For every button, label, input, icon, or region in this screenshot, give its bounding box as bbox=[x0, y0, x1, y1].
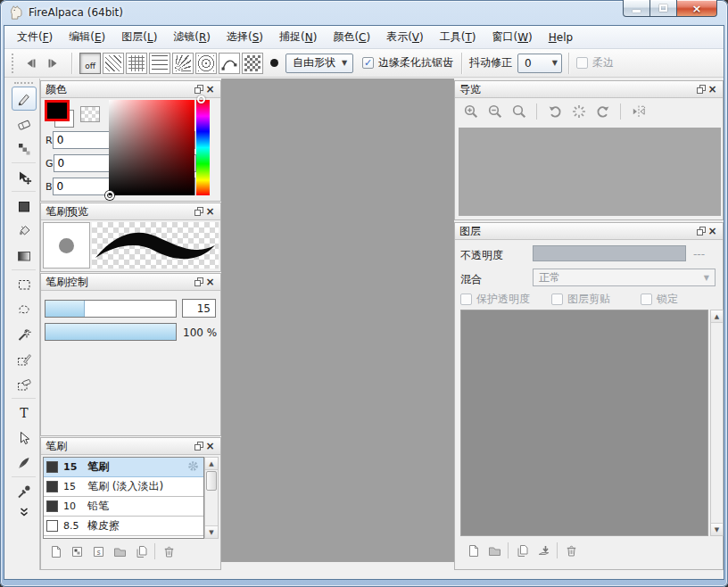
brush-list-item[interactable]: 17 水彩笔 bbox=[44, 536, 203, 539]
new-bitmap-brush-button[interactable] bbox=[66, 542, 87, 560]
layer-list-scrollbar[interactable]: ▲ ▼ bbox=[710, 310, 724, 536]
brush-list-item[interactable]: 10 铅笔 bbox=[44, 497, 203, 517]
color-panel-titlebar[interactable]: 颜色 × bbox=[41, 81, 220, 98]
tool-select-eraser[interactable] bbox=[12, 372, 37, 396]
menu-item[interactable]: 选择(S) bbox=[219, 26, 271, 48]
softedge-checkbox[interactable]: ✓ bbox=[576, 57, 588, 69]
tool-dither[interactable] bbox=[12, 136, 37, 161]
new-brush-button[interactable] bbox=[45, 542, 66, 560]
gear-icon[interactable] bbox=[187, 460, 199, 475]
prev-canvas-button[interactable] bbox=[19, 52, 42, 75]
tool-gradient[interactable] bbox=[12, 244, 37, 268]
brush-pattern-circles-button[interactable] bbox=[195, 53, 217, 74]
brush-list-item[interactable]: 15 笔刷 bbox=[44, 458, 203, 477]
brush-size-value[interactable]: 15 bbox=[182, 299, 216, 318]
layer-list[interactable] bbox=[460, 310, 708, 536]
float-panel-icon[interactable] bbox=[193, 84, 204, 95]
float-panel-icon[interactable] bbox=[193, 206, 204, 218]
close-panel-icon[interactable]: × bbox=[707, 84, 718, 95]
float-panel-icon[interactable] bbox=[695, 226, 707, 237]
canvas[interactable] bbox=[221, 79, 454, 562]
navigator-preview[interactable] bbox=[459, 128, 721, 216]
navigator-titlebar[interactable]: 导览 × bbox=[455, 81, 723, 98]
brush-list-scrollbar[interactable]: ▲ ▼ bbox=[204, 457, 219, 539]
next-canvas-button[interactable] bbox=[42, 52, 65, 75]
menu-item[interactable]: 滤镜(R) bbox=[165, 26, 219, 48]
sv-indicator[interactable] bbox=[105, 191, 114, 200]
new-folder-button[interactable] bbox=[484, 542, 505, 559]
antialias-checkbox[interactable]: ✓ bbox=[362, 57, 374, 69]
hue-slider[interactable] bbox=[196, 100, 210, 195]
menu-item[interactable]: 捕捉(N) bbox=[271, 26, 325, 48]
close-panel-icon[interactable]: × bbox=[204, 441, 216, 452]
close-button[interactable]: × bbox=[676, 0, 717, 17]
close-panel-icon[interactable]: × bbox=[204, 277, 216, 288]
menu-item[interactable]: Help bbox=[541, 26, 581, 48]
zoom-out-button[interactable] bbox=[483, 101, 507, 122]
shape-select[interactable]: 自由形状 ▼ bbox=[285, 54, 353, 73]
scroll-down-icon[interactable]: ▼ bbox=[205, 525, 218, 538]
tool-eyedropper[interactable] bbox=[12, 479, 37, 503]
brush-pattern-hlines-button[interactable] bbox=[149, 53, 170, 74]
tool-operation[interactable] bbox=[12, 426, 37, 450]
brush-opacity-slider[interactable] bbox=[45, 323, 177, 341]
menu-item[interactable]: 工具(T) bbox=[432, 26, 484, 48]
float-panel-icon[interactable] bbox=[695, 84, 707, 95]
merge-down-button[interactable] bbox=[533, 542, 554, 559]
menu-item[interactable]: 文件(F) bbox=[9, 26, 61, 48]
menu-item[interactable]: 图层(L) bbox=[113, 26, 165, 48]
tool-text[interactable]: T bbox=[12, 401, 37, 425]
float-panel-icon[interactable] bbox=[193, 277, 204, 288]
brush-size-slider[interactable] bbox=[45, 300, 177, 318]
close-panel-icon[interactable]: × bbox=[204, 84, 216, 95]
rotate-reset-button[interactable] bbox=[567, 101, 591, 122]
flip-horizontal-button[interactable] bbox=[626, 101, 650, 122]
minimize-button[interactable] bbox=[623, 0, 650, 17]
scroll-down-icon[interactable]: ▼ bbox=[711, 523, 723, 535]
menu-item[interactable]: 窗口(W) bbox=[484, 26, 540, 48]
brush-control-titlebar[interactable]: 笔刷控制 × bbox=[41, 274, 220, 291]
close-panel-icon[interactable]: × bbox=[707, 226, 718, 237]
menu-item[interactable]: 表示(V) bbox=[378, 26, 432, 48]
menu-item[interactable]: 颜色(C) bbox=[325, 26, 378, 48]
brush-pattern-curve-button[interactable] bbox=[219, 53, 240, 74]
delete-brush-button[interactable] bbox=[158, 542, 179, 560]
scroll-up-icon[interactable]: ▲ bbox=[711, 310, 723, 323]
blend-mode-select[interactable]: 正常 ▼ bbox=[533, 269, 716, 286]
tool-eraser[interactable] bbox=[12, 112, 37, 136]
transparent-color-swatch[interactable] bbox=[80, 106, 100, 122]
tool-pen[interactable] bbox=[12, 451, 37, 475]
brush-pattern-hatch-button[interactable] bbox=[103, 53, 124, 74]
duplicate-brush-button[interactable] bbox=[130, 542, 152, 560]
titlebar[interactable]: FireAlpaca (64bit) × bbox=[0, 0, 728, 25]
layer-option-checkbox[interactable]: ✓ bbox=[641, 294, 652, 305]
foreground-color-swatch[interactable] bbox=[45, 100, 70, 121]
more-tools-button[interactable] bbox=[12, 504, 37, 520]
hue-indicator[interactable] bbox=[197, 95, 205, 103]
tool-bucket[interactable] bbox=[12, 219, 37, 243]
brush-pattern-mesh-button[interactable] bbox=[126, 53, 147, 74]
brush-panel-titlebar[interactable]: 笔刷 × bbox=[41, 438, 220, 455]
tool-select-rect[interactable] bbox=[12, 272, 37, 296]
brush-pattern-halftone-button[interactable] bbox=[242, 53, 263, 74]
brush-preview-titlebar[interactable]: 笔刷预览 × bbox=[41, 203, 220, 220]
tool-magic-wand[interactable] bbox=[12, 322, 37, 346]
scroll-up-icon[interactable]: ▲ bbox=[205, 458, 218, 470]
duplicate-layer-button[interactable] bbox=[511, 542, 533, 559]
saturation-value-picker[interactable] bbox=[109, 100, 194, 195]
brush-list-item[interactable]: 8.5 橡皮擦 bbox=[44, 517, 203, 536]
scrollbar-thumb[interactable] bbox=[206, 471, 217, 491]
rotate-ccw-button[interactable] bbox=[542, 101, 567, 122]
close-panel-icon[interactable]: × bbox=[204, 206, 216, 218]
zoom-reset-button[interactable] bbox=[507, 101, 531, 122]
maximize-button[interactable] bbox=[650, 0, 676, 17]
toolstrip-grip[interactable] bbox=[14, 82, 33, 84]
tool-move[interactable] bbox=[12, 165, 37, 189]
zoom-in-button[interactable] bbox=[459, 101, 483, 122]
delete-layer-button[interactable] bbox=[560, 542, 582, 559]
layer-option-checkbox[interactable]: ✓ bbox=[460, 294, 472, 305]
brush-list-item[interactable]: 15 笔刷 (淡入淡出) bbox=[44, 477, 203, 497]
new-layer-button[interactable] bbox=[462, 542, 484, 559]
tool-pencil[interactable] bbox=[12, 87, 37, 111]
menu-item[interactable]: 编辑(E) bbox=[61, 26, 113, 48]
